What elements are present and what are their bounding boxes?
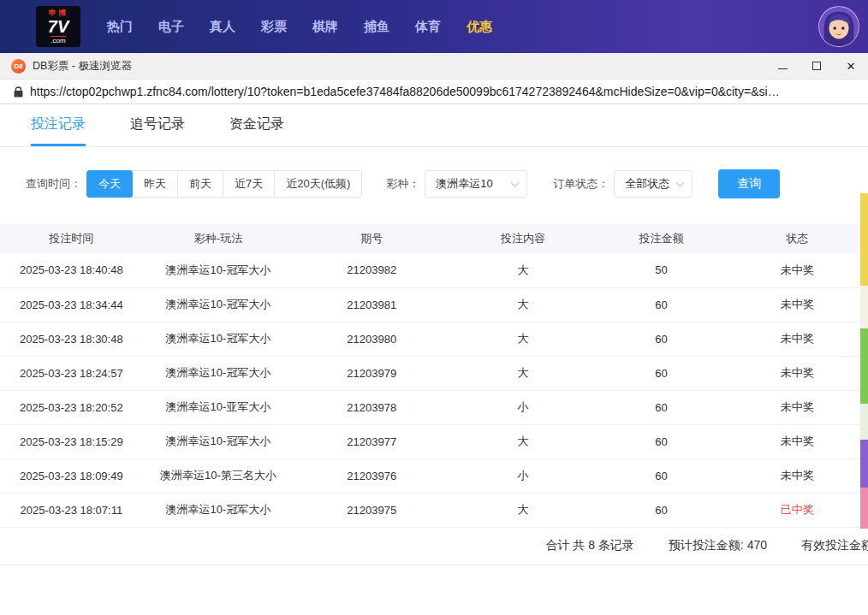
order-status-select[interactable]: 全部状态 xyxy=(614,170,693,198)
browser-address-bar: https://ctop02pchwp1.zfnc84.com/lottery/… xyxy=(0,80,868,104)
cell-期号: 21203982 xyxy=(294,253,449,287)
cell-彩种-玩法: 澳洲幸运10-亚军大小 xyxy=(143,390,294,424)
summary-footer: 合计 共 8 条记录预计投注金额: 470有效投注金额 xyxy=(0,528,868,565)
cell-投注时间: 2025-03-23 18:24:57 xyxy=(0,356,143,390)
cell-彩种-玩法: 澳洲幸运10-冠军大小 xyxy=(143,253,294,287)
cell-投注内容: 小 xyxy=(449,390,597,424)
user-avatar[interactable] xyxy=(818,6,859,47)
table-row: 2025-03-23 18:24:57澳洲幸运10-冠军大小21203979大6… xyxy=(0,356,868,390)
tab-资金记录[interactable]: 资金记录 xyxy=(229,104,284,146)
cell-投注金额: 60 xyxy=(597,390,726,424)
cell-状态: 未中奖 xyxy=(726,253,868,287)
lottery-filter-label: 彩种： xyxy=(386,176,419,192)
cell-状态: 未中奖 xyxy=(726,390,868,424)
table-row: 2025-03-23 18:07:11澳洲幸运10-冠军大小21203975大6… xyxy=(0,493,868,527)
cell-状态: 未中奖 xyxy=(726,356,868,390)
cell-状态: 未中奖 xyxy=(726,287,868,322)
time-filter-近7天[interactable]: 近7天 xyxy=(223,170,275,198)
cell-投注时间: 2025-03-23 18:34:44 xyxy=(0,287,143,322)
table-row: 2025-03-23 18:30:48澳洲幸运10-冠军大小21203980大6… xyxy=(0,322,868,356)
bet-records-table: 投注时间彩种-玩法期号投注内容投注金额状态 2025-03-23 18:40:4… xyxy=(0,224,868,528)
casino-nav-items: 热门电子真人彩票棋牌捕鱼体育优惠 xyxy=(94,19,505,35)
minimize-button[interactable] xyxy=(765,53,800,79)
cell-投注时间: 2025-03-23 18:09:49 xyxy=(0,458,143,493)
nav-item-体育[interactable]: 体育 xyxy=(402,19,454,35)
cell-投注时间: 2025-03-23 18:07:11 xyxy=(0,493,143,527)
nav-item-热门[interactable]: 热门 xyxy=(94,19,146,35)
time-filter-今天[interactable]: 今天 xyxy=(86,170,133,198)
site-logo-top-text: 申博 xyxy=(49,9,68,17)
cell-投注金额: 60 xyxy=(597,356,726,390)
cell-投注时间: 2025-03-23 18:15:29 xyxy=(0,424,143,458)
tab-追号记录[interactable]: 追号记录 xyxy=(130,104,185,146)
cell-投注金额: 60 xyxy=(597,424,726,458)
lock-icon xyxy=(14,86,23,98)
lottery-select[interactable]: 澳洲幸运10 xyxy=(425,170,527,198)
cell-期号: 21203979 xyxy=(294,356,449,390)
cell-状态: 已中奖 xyxy=(726,493,868,527)
table-header-row: 投注时间彩种-玩法期号投注内容投注金额状态 xyxy=(0,224,868,253)
cell-彩种-玩法: 澳洲幸运10-冠军大小 xyxy=(143,493,294,527)
summary-valid-amount: 有效投注金额 xyxy=(801,538,868,553)
cell-投注内容: 大 xyxy=(449,424,597,458)
browser-app-icon: D8 xyxy=(11,59,26,74)
table-row: 2025-03-23 18:15:29澳洲幸运10-冠军大小21203977大6… xyxy=(0,424,868,458)
table-body: 2025-03-23 18:40:48澳洲幸运10-冠军大小21203982大5… xyxy=(0,253,868,527)
nav-item-优惠[interactable]: 优惠 xyxy=(454,19,505,35)
time-filter-近20天(低频)[interactable]: 近20天(低频) xyxy=(274,170,362,198)
browser-title-bar: D8 DB彩票 - 极速浏览器 ✕ xyxy=(0,53,868,80)
cell-投注金额: 60 xyxy=(597,458,726,493)
cell-投注时间: 2025-03-23 18:20:52 xyxy=(0,390,143,424)
cell-投注时间: 2025-03-23 18:30:48 xyxy=(0,322,143,356)
cell-彩种-玩法: 澳洲幸运10-第三名大小 xyxy=(143,458,294,493)
table-row: 2025-03-23 18:20:52澳洲幸运10-亚军大小21203978小6… xyxy=(0,390,868,424)
time-filter-前天[interactable]: 前天 xyxy=(177,170,223,198)
search-button[interactable]: 查询 xyxy=(718,169,780,198)
time-filter-group: 今天昨天前天近7天近20天(低频) xyxy=(86,170,362,198)
cell-彩种-玩法: 澳洲幸运10-冠军大小 xyxy=(143,322,294,356)
cell-投注金额: 60 xyxy=(597,493,726,527)
nav-item-电子[interactable]: 电子 xyxy=(146,19,197,35)
lottery-select-value: 澳洲幸运10 xyxy=(436,176,492,192)
filter-row: 查询时间： 今天昨天前天近7天近20天(低频) 彩种： 澳洲幸运10 订单状态：… xyxy=(26,169,868,198)
order-status-filter-label: 订单状态： xyxy=(553,176,609,192)
cell-投注内容: 大 xyxy=(449,253,597,287)
background-page-edge xyxy=(860,193,868,529)
casino-top-nav: 申博 7V .com 热门电子真人彩票棋牌捕鱼体育优惠 xyxy=(0,0,868,53)
cell-投注内容: 大 xyxy=(449,322,597,356)
cell-彩种-玩法: 澳洲幸运10-冠军大小 xyxy=(143,356,294,390)
chevron-down-icon xyxy=(676,178,685,186)
tab-投注记录[interactable]: 投注记录 xyxy=(31,104,86,146)
order-status-select-value: 全部状态 xyxy=(625,176,669,192)
nav-item-捕鱼[interactable]: 捕鱼 xyxy=(351,19,402,35)
chevron-down-icon xyxy=(511,178,520,186)
nav-item-棋牌[interactable]: 棋牌 xyxy=(300,19,351,35)
cell-彩种-玩法: 澳洲幸运10-冠军大小 xyxy=(143,424,294,458)
time-filter-昨天[interactable]: 昨天 xyxy=(132,170,178,198)
cell-期号: 21203975 xyxy=(294,493,449,527)
cell-状态: 未中奖 xyxy=(726,458,868,493)
site-logo[interactable]: 申博 7V .com xyxy=(36,6,80,47)
close-button[interactable]: ✕ xyxy=(834,53,868,79)
column-header-期号: 期号 xyxy=(294,224,449,253)
maximize-button[interactable] xyxy=(800,53,834,79)
cell-期号: 21203977 xyxy=(294,424,449,458)
nav-item-真人[interactable]: 真人 xyxy=(197,19,248,35)
cell-投注内容: 小 xyxy=(449,458,597,493)
cell-投注金额: 60 xyxy=(597,287,726,322)
column-header-彩种-玩法: 彩种-玩法 xyxy=(143,224,294,253)
cell-投注内容: 大 xyxy=(449,287,597,322)
summary-expected-amount: 预计投注金额: 470 xyxy=(669,538,767,553)
cell-期号: 21203980 xyxy=(294,322,449,356)
avatar-illustration xyxy=(819,7,859,46)
cell-投注金额: 50 xyxy=(597,253,726,287)
url-input[interactable]: https://ctop02pchwp1.zfnc84.com/lottery/… xyxy=(30,85,852,98)
table-row: 2025-03-23 18:40:48澳洲幸运10-冠军大小21203982大5… xyxy=(0,253,868,287)
minimize-icon xyxy=(778,68,788,69)
cell-状态: 未中奖 xyxy=(726,322,868,356)
close-icon: ✕ xyxy=(847,61,856,72)
nav-item-彩票[interactable]: 彩票 xyxy=(248,19,300,35)
time-filter-label: 查询时间： xyxy=(26,176,81,192)
column-header-状态: 状态 xyxy=(726,224,868,253)
table-row: 2025-03-23 18:34:44澳洲幸运10-冠军大小21203981大6… xyxy=(0,287,868,322)
